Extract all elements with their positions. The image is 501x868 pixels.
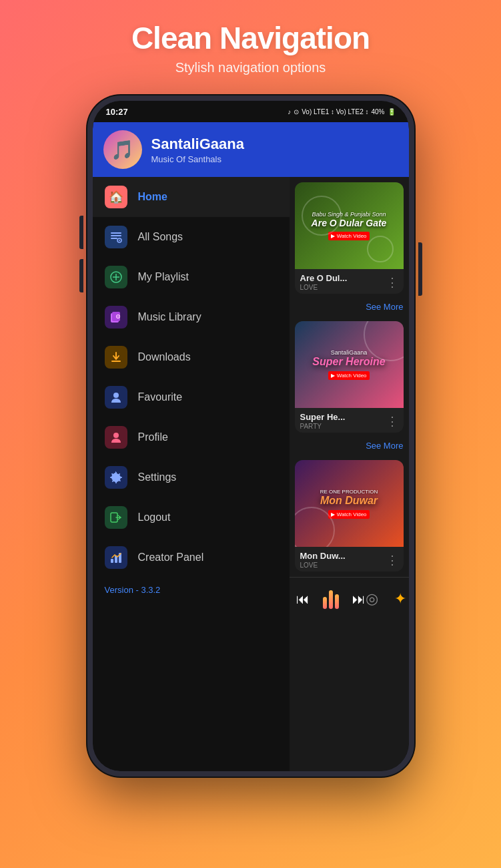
app-info: SantaliGaana Music Of Santhals — [151, 136, 244, 164]
status-bar: 10:27 ♪ ⊙ Vo) LTE1 ↕ Vo) LTE2 ↕ 40% 🔋 — [93, 101, 409, 122]
svg-rect-2 — [111, 238, 117, 239]
song-card-2[interactable]: SantaliGaana Super Heroine ▶ Watch Video… — [295, 321, 404, 433]
all-songs-nav-icon — [105, 226, 127, 248]
song2-title: Super He... — [300, 412, 346, 422]
svg-rect-1 — [111, 235, 121, 236]
nav-item-all-songs[interactable]: All Songs — [93, 217, 290, 257]
downloads-nav-icon — [105, 346, 127, 369]
profile-nav-icon — [105, 426, 127, 449]
app-name: SantaliGaana — [151, 136, 244, 153]
svg-rect-0 — [111, 232, 121, 234]
player-controls: ⏮ ⏭ — [296, 589, 366, 609]
song2-details: Super He... PARTY — [300, 412, 346, 430]
version-bar: Version - 3.3.2 — [93, 578, 290, 602]
nav-item-profile[interactable]: Profile — [93, 417, 290, 457]
settings-nav-icon — [105, 466, 127, 489]
see-more-2[interactable]: See More — [290, 438, 409, 455]
svg-point-14 — [113, 433, 119, 438]
song3-genre: LOVE — [300, 562, 346, 569]
nav-item-home[interactable]: 🏠 Home — [93, 177, 290, 217]
right-panel: Babu Singh & Punjabi Sonn Are O Dular Ga… — [290, 177, 409, 771]
nav-item-creator-panel[interactable]: Creator Panel — [93, 537, 290, 578]
song1-info: Are O Dul... LOVE ⋮ — [295, 269, 404, 294]
song2-more-icon[interactable]: ⋮ — [386, 414, 398, 429]
music-library-nav-label: Music Library — [138, 311, 201, 323]
svg-point-11 — [117, 316, 119, 317]
app-logo: 🎵 — [103, 130, 142, 169]
song3-info: Mon Duw... LOVE ⋮ — [295, 547, 404, 572]
song-card-1[interactable]: Babu Singh & Punjabi Sonn Are O Dular Ga… — [295, 182, 404, 294]
app-tagline: Music Of Santhals — [151, 154, 244, 164]
prev-button[interactable]: ⏮ — [296, 592, 310, 607]
song1-genre: LOVE — [300, 284, 348, 291]
version-text: Version - 3.3.2 — [105, 585, 161, 595]
favourite-nav-icon — [105, 386, 127, 409]
song2-genre: PARTY — [300, 423, 346, 430]
playlist-nav-icon — [105, 266, 127, 288]
youtube-badge-3: ▶ Watch Video — [328, 510, 369, 519]
volume-down-button — [79, 259, 83, 292]
creator-panel-nav-label: Creator Panel — [138, 552, 204, 564]
phone-screen: 10:27 ♪ ⊙ Vo) LTE1 ↕ Vo) LTE2 ↕ 40% 🔋 🎵 … — [93, 101, 409, 771]
all-songs-nav-label: All Songs — [138, 231, 183, 243]
logout-nav-label: Logout — [138, 511, 171, 523]
nav-item-settings[interactable]: Settings — [93, 457, 290, 497]
youtube-badge-1: ▶ Watch Video — [328, 232, 369, 240]
nav-item-favourite[interactable]: Favourite — [93, 377, 290, 417]
see-more-1[interactable]: See More — [290, 299, 409, 316]
nav-item-playlist[interactable]: My Playlist — [93, 257, 290, 297]
home-nav-label: Home — [138, 191, 167, 203]
youtube-badge-2: ▶ Watch Video — [328, 371, 369, 380]
music-library-nav-icon — [105, 306, 127, 329]
nav-item-downloads[interactable]: Downloads — [93, 337, 290, 377]
player-bars — [323, 589, 339, 609]
status-time: 10:27 — [106, 107, 128, 117]
song-thumb-1: Babu Singh & Punjabi Sonn Are O Dular Ga… — [295, 182, 404, 269]
song-thumb-2: SantaliGaana Super Heroine ▶ Watch Video — [295, 321, 404, 408]
song1-title: Are O Dul... — [300, 273, 348, 283]
next-button[interactable]: ⏭ — [352, 592, 366, 607]
svg-point-13 — [113, 393, 119, 398]
bar-3 — [335, 594, 339, 609]
signal-icon: Vo) LTE1 ↕ Vo) LTE2 ↕ — [302, 108, 368, 116]
phone-mockup: 10:27 ♪ ⊙ Vo) LTE1 ↕ Vo) LTE2 ↕ 40% 🔋 🎵 … — [87, 95, 414, 777]
nav-item-music-library[interactable]: Music Library — [93, 297, 290, 337]
deco-1 — [302, 196, 342, 236]
song-card-3[interactable]: RE ONE PRODUCTION Mon Duwar ▶ Watch Vide… — [295, 460, 404, 572]
logout-nav-icon — [105, 506, 127, 529]
wifi-icon: ⊙ — [294, 108, 299, 116]
status-icons: ♪ ⊙ Vo) LTE1 ↕ Vo) LTE2 ↕ 40% 🔋 — [288, 108, 395, 116]
favourite-nav-label: Favourite — [138, 391, 183, 403]
downloads-nav-label: Downloads — [138, 351, 191, 363]
nav-item-logout[interactable]: Logout — [93, 497, 290, 537]
song-thumb-3: RE ONE PRODUCTION Mon Duwar ▶ Watch Vide… — [295, 460, 404, 547]
song3-title-overlay: Mon Duwar — [320, 495, 378, 507]
page-subtitle: Stylish navigation options — [131, 60, 370, 75]
power-button — [418, 242, 422, 296]
phone-frame: 10:27 ♪ ⊙ Vo) LTE1 ↕ Vo) LTE2 ↕ 40% 🔋 🎵 … — [87, 95, 414, 777]
song3-title: Mon Duw... — [300, 551, 346, 561]
app-header: 🎵 SantaliGaana Music Of Santhals — [93, 122, 409, 177]
nav-drawer: 🏠 Home All Songs My Playlist — [93, 177, 290, 771]
bottom-icon-2[interactable]: ✦ — [394, 590, 406, 608]
song3-details: Mon Duw... LOVE — [300, 551, 346, 569]
page-title: Clean Navigation — [131, 20, 370, 56]
song1-more-icon[interactable]: ⋮ — [386, 275, 398, 290]
song3-label: RE ONE PRODUCTION — [320, 489, 378, 495]
song2-title-overlay: Super Heroine — [312, 356, 385, 368]
creator-panel-nav-icon — [105, 546, 127, 569]
page-header: Clean Navigation Stylish navigation opti… — [131, 0, 370, 89]
bottom-nav-icons: ◎ ✦ — [366, 590, 406, 608]
song3-more-icon[interactable]: ⋮ — [386, 553, 398, 568]
bar-2 — [329, 590, 333, 609]
battery-icon: 🔋 — [388, 108, 396, 116]
home-nav-icon: 🏠 — [105, 186, 127, 208]
bar-1 — [323, 597, 327, 609]
music-status-icon: ♪ — [288, 108, 291, 116]
bottom-icon-1[interactable]: ◎ — [366, 590, 378, 608]
playlist-nav-label: My Playlist — [138, 271, 189, 283]
volume-up-button — [79, 216, 83, 249]
profile-nav-label: Profile — [138, 431, 168, 443]
settings-nav-label: Settings — [138, 471, 177, 483]
song2-info: Super He... PARTY ⋮ — [295, 408, 404, 433]
